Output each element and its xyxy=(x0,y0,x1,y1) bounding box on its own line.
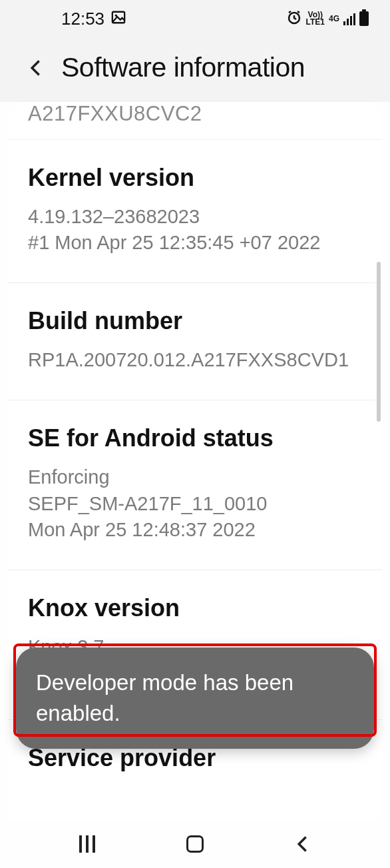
recents-button[interactable] xyxy=(74,831,100,857)
kernel-version-item[interactable]: Kernel version 4.19.132–23682023 #1 Mon … xyxy=(8,140,382,283)
recents-icon xyxy=(79,835,95,853)
status-right: Vo)) LTE1 4G xyxy=(286,9,369,28)
build-number-value: RP1A.200720.012.A217FXXS8CVD1 xyxy=(28,347,362,373)
signal-icon xyxy=(343,12,355,25)
screen: 12:53 Vo)) LTE1 4G Software information … xyxy=(0,0,390,868)
page-title: Software information xyxy=(61,52,305,83)
status-left: 12:53 xyxy=(21,9,126,29)
status-bar: 12:53 Vo)) LTE1 4G xyxy=(0,0,390,37)
kernel-version-value: 4.19.132–23682023 #1 Mon Apr 25 12:35:45… xyxy=(28,204,362,256)
scrollbar-thumb[interactable] xyxy=(377,262,381,422)
toast-message: Developer mode has been enabled. xyxy=(16,648,374,749)
home-button[interactable] xyxy=(182,831,208,857)
image-icon xyxy=(111,10,126,27)
header: Software information xyxy=(0,37,390,102)
kernel-version-title: Kernel version xyxy=(28,164,362,192)
navigation-bar xyxy=(0,820,390,868)
clock-text: 12:53 xyxy=(61,9,104,29)
se-android-value: Enforcing SEPF_SM-A217F_11_0010 Mon Apr … xyxy=(28,464,362,542)
build-number-item[interactable]: Build number RP1A.200720.012.A217FXXS8CV… xyxy=(8,283,382,400)
chevron-left-icon xyxy=(293,835,312,853)
se-android-title: SE for Android status xyxy=(28,424,362,452)
home-icon xyxy=(186,835,204,853)
battery-icon xyxy=(359,11,369,26)
volte-icon: Vo)) LTE1 xyxy=(306,11,325,26)
network-icon: 4G xyxy=(329,15,339,23)
alarm-icon xyxy=(286,9,302,28)
se-android-item[interactable]: SE for Android status Enforcing SEPF_SM-… xyxy=(8,400,382,570)
nav-back-button[interactable] xyxy=(290,831,316,857)
partial-prev-item-value[interactable]: A217FXXU8CVC2 xyxy=(8,102,382,140)
knox-version-title: Knox version xyxy=(28,594,362,622)
build-number-title: Build number xyxy=(28,307,362,335)
back-button[interactable] xyxy=(27,59,45,77)
